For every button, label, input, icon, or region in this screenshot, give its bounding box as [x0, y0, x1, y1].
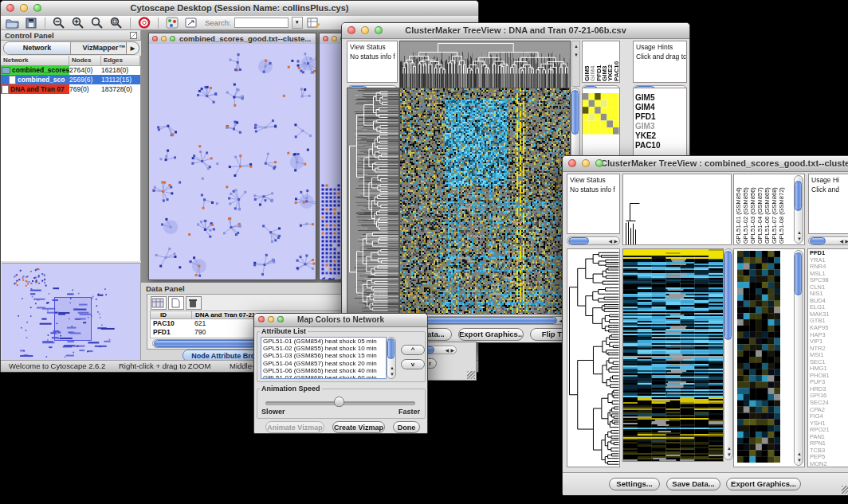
gene-label[interactable]: GIM3 — [634, 122, 686, 131]
search-dropdown-icon[interactable]: ▼ — [292, 17, 303, 29]
table-mode-icon[interactable] — [151, 296, 167, 310]
attribute-list-item[interactable]: GPL51-06 (GSM865) heat shock 40 min — [261, 367, 386, 374]
column-label[interactable]: GPL51-04 (GSM857) — [756, 175, 764, 244]
settings-button[interactable]: Settings... — [609, 478, 660, 490]
column-label[interactable]: GPL51-02 (GSM855) — [742, 175, 749, 244]
column-label[interactable]: GPL51-01 (GSM854) — [735, 175, 742, 244]
zoom-window-icon[interactable] — [375, 26, 383, 34]
heatmap-zoom-view[interactable] — [583, 93, 619, 135]
close-icon[interactable] — [152, 36, 158, 41]
cytoscape-titlebar[interactable]: Cytoscape Desktop (Session Name: collins… — [1, 1, 478, 17]
save-session-icon[interactable] — [23, 17, 39, 29]
zoom-window-icon[interactable] — [33, 4, 41, 12]
tab-overflow-arrow[interactable]: ▶ — [126, 41, 139, 55]
column-label[interactable]: GIM4 — [589, 41, 595, 81]
resize-grip[interactable] — [467, 371, 475, 379]
save-data-button[interactable]: Save Data... — [666, 478, 720, 490]
network-canvas[interactable] — [149, 44, 316, 279]
control-panel-tabs: NetworkVizMapper™ — [3, 41, 139, 55]
heatmap-zoom-view[interactable] — [737, 251, 780, 463]
attribute-editor-icon[interactable] — [306, 17, 322, 29]
control-panel-tab[interactable]: Network — [4, 42, 71, 54]
column-dendrogram[interactable] — [399, 41, 571, 88]
minimize-icon[interactable] — [582, 159, 590, 167]
attribute-list-scrollbar[interactable]: ▲▼ — [387, 337, 396, 379]
resize-grip[interactable] — [842, 486, 848, 494]
treeview2-titlebar[interactable]: ClusterMaker TreeView : combined_scores_… — [563, 156, 848, 172]
view-status-scrollbar[interactable]: ◀▶ — [567, 236, 620, 245]
column-label[interactable]: PFD1 — [595, 41, 601, 81]
heatmap-global-view[interactable] — [399, 88, 571, 315]
zoom-out-icon[interactable] — [51, 17, 67, 29]
window-title: ClusterMaker TreeView : combined_scores_… — [563, 156, 848, 171]
network-row[interactable]: combined_scores 2764(0) 16218(0) — [1, 65, 140, 75]
attribute-list-item[interactable]: GPL51-02 (GSM855) heat shock 10 min — [261, 345, 386, 352]
row-dendrogram[interactable] — [347, 88, 399, 315]
gene-label[interactable]: MON2 — [808, 461, 848, 467]
gene-label[interactable]: GIM4 — [634, 103, 686, 112]
zoom-selected-icon[interactable] — [89, 17, 105, 29]
gene-label[interactable]: PFD1 — [634, 112, 686, 122]
zoom-window-icon[interactable] — [277, 316, 284, 322]
close-icon[interactable] — [568, 159, 576, 167]
close-icon[interactable] — [6, 4, 14, 12]
help-ring-icon[interactable] — [136, 17, 152, 29]
usage-hints-title: Usage Hi — [809, 174, 848, 184]
zoom-in-icon[interactable] — [70, 17, 86, 29]
network-row[interactable]: DNA and Tran 07 769(0) 183728(0) — [1, 84, 140, 94]
heatmap-global-view[interactable] — [622, 248, 724, 462]
minimize-icon[interactable] — [161, 36, 167, 41]
attribute-list-item[interactable]: GPL51-04 (GSM857) heat shock 20 min — [261, 360, 386, 367]
usage-hints-scrollbar[interactable]: ◀▶ — [808, 236, 848, 245]
minimize-icon[interactable] — [332, 36, 337, 41]
delete-attribute-icon[interactable] — [186, 296, 202, 310]
network-frame-1[interactable]: combined_scores_good.txt--cluste... — [148, 33, 316, 280]
speed-slider-thumb[interactable] — [334, 397, 344, 407]
gene-label[interactable]: GIM5 — [634, 93, 686, 103]
move-down-button[interactable]: v — [401, 359, 425, 369]
move-up-button[interactable]: ^ — [401, 345, 425, 355]
export-graphics-button[interactable]: Export Graphics... — [458, 328, 524, 341]
search-input[interactable] — [234, 18, 289, 28]
network-table-header: Network Nodes Edges — [1, 56, 140, 65]
column-label[interactable]: GPL51-03 (GSM856) — [749, 175, 756, 244]
column-labels-vscrollbar[interactable]: ▲▼ — [794, 175, 803, 244]
network-row[interactable]: combined_sco 2569(6) 13112(15) — [1, 75, 140, 84]
gene-label[interactable]: YKE2 — [634, 131, 686, 141]
done-button[interactable]: Done — [393, 421, 420, 433]
minimize-icon[interactable] — [20, 4, 28, 12]
attribute-list-item[interactable]: GPL51-01 (GSM854) heat shock 05 min — [261, 338, 386, 345]
column-label[interactable]: PAC10 — [613, 41, 618, 81]
vizmapper-icon[interactable] — [164, 17, 180, 29]
usage-hints-panel: Usage Hi Click and — [808, 174, 848, 234]
float-panel-icon[interactable] — [130, 32, 137, 39]
column-label[interactable]: GPL51-07 (GSM868) — [771, 175, 778, 244]
dialog-titlebar[interactable]: Map Colors to Network — [254, 314, 427, 327]
attribute-list-item[interactable]: GPL51-07 (GSM868) heat shock 60 min — [261, 374, 386, 379]
zoom-window-icon[interactable] — [170, 36, 175, 41]
attribute-list-item[interactable]: GPL51-03 (GSM856) heat shock 15 min — [261, 352, 386, 359]
minimize-icon[interactable] — [361, 26, 369, 34]
animate-vizmap-button[interactable]: Animate Vizmap — [265, 421, 324, 433]
close-icon[interactable] — [258, 316, 265, 322]
minimize-icon[interactable] — [268, 316, 274, 322]
network-frame-titlebar[interactable]: combined_scores_good.txt--cluste... — [149, 33, 316, 45]
close-icon[interactable] — [347, 26, 355, 34]
new-attribute-icon[interactable] — [168, 296, 184, 310]
column-label[interactable]: YKE2 — [607, 41, 612, 81]
open-file-icon[interactable] — [4, 17, 20, 29]
close-icon[interactable] — [323, 36, 328, 41]
export-graphics-button[interactable]: Export Graphics... — [726, 478, 801, 490]
attribute-list[interactable]: GPL51-01 (GSM854) heat shock 05 minGPL51… — [261, 337, 387, 379]
annotation-icon[interactable] — [183, 17, 199, 29]
zoom-window-icon[interactable] — [595, 159, 603, 167]
gene-label[interactable]: PAC10 — [634, 141, 686, 150]
heatmap-vscrollbar[interactable]: ▲▼ — [724, 248, 733, 460]
zoom-vscrollbar[interactable]: ▲▼ — [794, 250, 803, 466]
create-vizmap-button[interactable]: Create Vizmap — [332, 421, 385, 433]
treeview1-titlebar[interactable]: ClusterMaker TreeView : DNA and Tran 07-… — [342, 23, 689, 39]
zoom-fit-icon[interactable] — [108, 17, 124, 29]
column-label[interactable]: GPL51-06 (GSM865) — [764, 175, 771, 244]
column-label[interactable]: GPL51-08 (GSM872) — [778, 175, 785, 244]
birdseye-view[interactable] — [2, 263, 141, 362]
